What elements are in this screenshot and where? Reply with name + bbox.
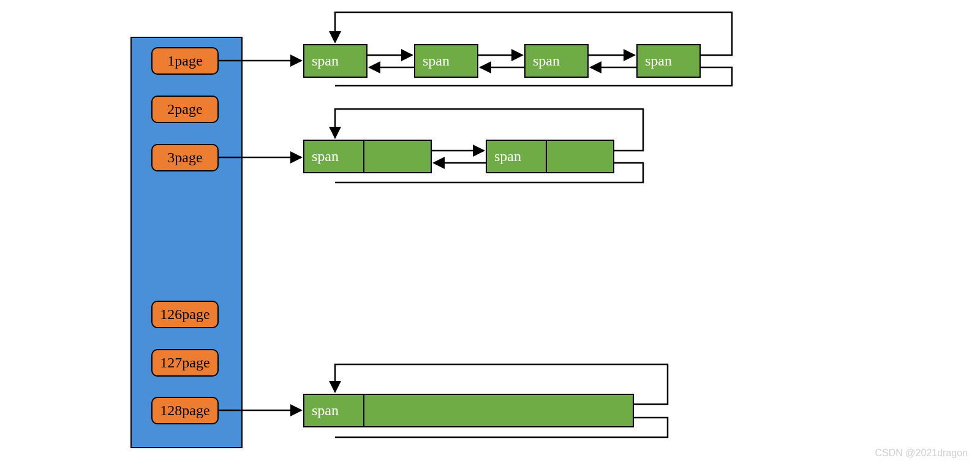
span-node: span — [414, 44, 478, 78]
span-label: span — [312, 148, 339, 165]
bucket-label: 128page — [160, 402, 209, 419]
span-label: span — [312, 402, 339, 419]
span-node: span — [486, 140, 614, 173]
span-node: span — [303, 140, 432, 173]
page-bucket-126: 126page — [151, 301, 219, 328]
bucket-label: 127page — [160, 355, 209, 371]
watermark: CSDN @2021dragon — [875, 448, 968, 459]
page-bucket-3: 3page — [151, 144, 219, 171]
span-label: span — [645, 53, 672, 69]
page-bucket-128: 128page — [151, 397, 219, 424]
bucket-label: 2page — [167, 101, 202, 118]
span-label: span — [423, 53, 450, 69]
span-node: span — [636, 44, 701, 78]
span-label: span — [533, 53, 560, 69]
bucket-label: 126page — [160, 306, 209, 323]
page-bucket-2: 2page — [151, 96, 219, 123]
watermark-text: CSDN @2021dragon — [875, 448, 968, 458]
bucket-label: 3page — [167, 149, 202, 166]
diagram-root: 1page 2page 3page 126page 127page 128pag… — [0, 0, 980, 466]
span-label: span — [312, 53, 339, 69]
span-node: span — [524, 44, 589, 78]
page-bucket-127: 127page — [151, 349, 219, 377]
bucket-label: 1page — [167, 53, 202, 69]
span-node: span — [303, 394, 634, 427]
span-node: span — [303, 44, 368, 78]
page-bucket-1: 1page — [151, 47, 219, 75]
span-label: span — [494, 148, 521, 165]
